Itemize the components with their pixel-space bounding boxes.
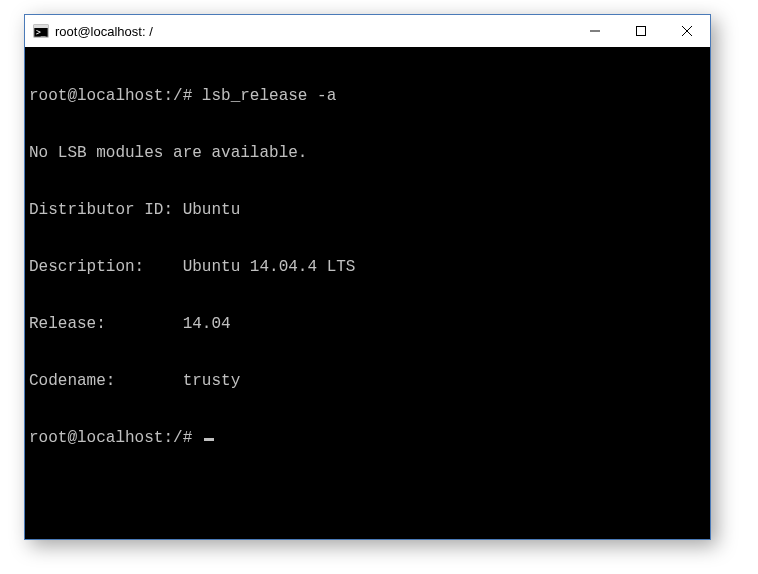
command-text: lsb_release -a [202,87,336,105]
prompt: root@localhost:/# [29,429,192,447]
prompt: root@localhost:/# [29,87,192,105]
maximize-button[interactable] [618,15,664,47]
terminal-app-icon: >_ [33,23,49,39]
terminal-line: Distributor ID: Ubuntu [29,201,706,220]
close-button[interactable] [664,15,710,47]
terminal-line: root@localhost:/# lsb_release -a [29,87,706,106]
svg-text:>_: >_ [36,28,46,37]
terminal-body[interactable]: root@localhost:/# lsb_release -a No LSB … [25,47,710,539]
terminal-line: Release: 14.04 [29,315,706,334]
terminal-line: Codename: trusty [29,372,706,391]
minimize-button[interactable] [572,15,618,47]
terminal-line: No LSB modules are available. [29,144,706,163]
cursor-icon [204,438,214,441]
window-controls [572,15,710,47]
titlebar[interactable]: >_ root@localhost: / [25,15,710,47]
window-title: root@localhost: / [55,24,572,39]
terminal-window: >_ root@localhost: / roo [24,14,711,540]
terminal-line: root@localhost:/# [29,429,706,448]
terminal-line: Description: Ubuntu 14.04.4 LTS [29,258,706,277]
svg-rect-4 [637,27,646,36]
